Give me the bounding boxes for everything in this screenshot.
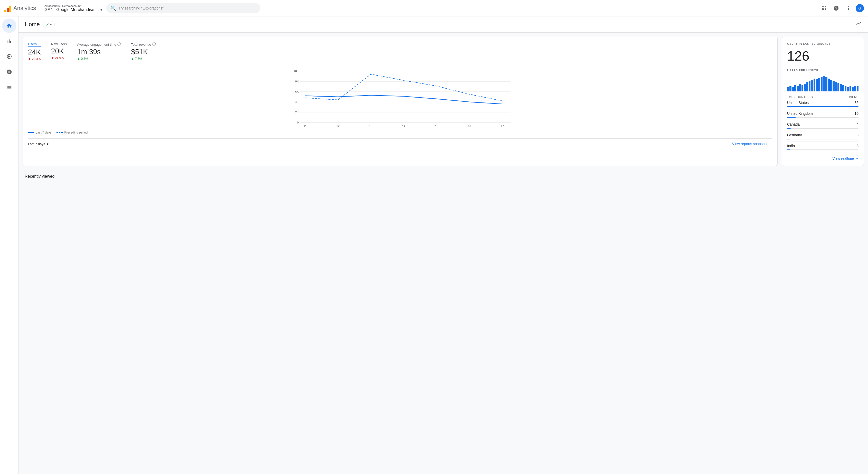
- country-name: Canada: [787, 122, 800, 126]
- countries-col-label: TOP COUNTRIES: [787, 96, 813, 99]
- bar: [821, 77, 823, 91]
- advertising-icon: [6, 69, 12, 75]
- realtime-card: USERS IN LAST 30 MINUTES 126 USERS PER M…: [782, 37, 864, 166]
- app-title: Analytics: [13, 5, 36, 11]
- search-input[interactable]: [119, 6, 256, 10]
- svg-text:11: 11: [304, 125, 307, 128]
- country-data: Canada 4: [787, 122, 859, 126]
- country-bar-container: [787, 128, 859, 129]
- svg-text:15: 15: [435, 125, 438, 128]
- country-users: 10: [855, 112, 859, 116]
- users-per-minute-chart: [787, 76, 859, 91]
- logo-bar-3: [9, 6, 11, 12]
- bar: [797, 86, 798, 91]
- logo-bar-1: [4, 10, 6, 12]
- bar: [847, 87, 849, 91]
- metrics-row: Users 24K ▼ 22.3% New users 20K ▼ 24.9% …: [28, 42, 772, 61]
- check-icon: ✓: [46, 22, 49, 27]
- sidebar-item-home[interactable]: [2, 19, 17, 33]
- bar: [857, 86, 859, 91]
- country-name: United States: [787, 101, 809, 105]
- apps-icon-button[interactable]: [819, 3, 829, 13]
- metric-new-users-label[interactable]: New users: [51, 42, 67, 46]
- content-area: Home ✓ ▾ Users 24K: [19, 17, 868, 474]
- chevron-down-icon: ▾: [50, 23, 52, 27]
- date-filter[interactable]: Last 7 days ▾: [28, 142, 49, 146]
- country-bar-container: [787, 117, 859, 118]
- bar: [830, 80, 832, 91]
- header-divider: [40, 3, 40, 13]
- top-header: Analytics All accounts › Demo Account GA…: [0, 0, 868, 17]
- users-col-label: USERS: [848, 96, 859, 99]
- bar: [809, 81, 810, 91]
- view-realtime-link[interactable]: View realtime →: [832, 156, 859, 160]
- metric-users-label[interactable]: Users: [28, 42, 41, 47]
- account-selector[interactable]: GA4 - Google Merchandise ... ▾: [44, 7, 102, 12]
- account-breadcrumb: All accounts › Demo Account: [44, 4, 102, 7]
- metric-users: Users 24K ▼ 22.3%: [28, 42, 41, 61]
- svg-text:4K: 4K: [295, 100, 299, 103]
- metric-engagement-value: 1m 39s: [77, 48, 121, 56]
- metric-engagement-label[interactable]: Average engagement time ⓘ: [77, 42, 121, 47]
- bar: [849, 86, 851, 91]
- country-bar: [787, 106, 859, 107]
- country-name: India: [787, 144, 795, 148]
- svg-text:14: 14: [402, 125, 405, 128]
- country-bar-container: [787, 150, 859, 150]
- country-row: Canada 4: [787, 120, 859, 131]
- sidebar-item-reports[interactable]: [2, 34, 17, 48]
- legend-solid-line: [28, 132, 34, 133]
- date-label: Last 7 days: [28, 142, 45, 146]
- top-countries-section: TOP COUNTRIES USERS United States 86 Uni…: [787, 96, 859, 152]
- svg-text:8K: 8K: [295, 80, 299, 83]
- bar: [845, 86, 846, 91]
- metric-engagement-change: ▲ 0.7%: [77, 57, 121, 61]
- realtime-subtitle: USERS PER MINUTE: [787, 69, 859, 72]
- bar: [825, 77, 827, 91]
- country-data: United Kingdom 10: [787, 112, 859, 116]
- bar: [787, 87, 789, 91]
- svg-text:10K: 10K: [293, 70, 299, 73]
- bar: [823, 76, 825, 91]
- more-options-icon-button[interactable]: [843, 3, 854, 13]
- country-users: 3: [857, 133, 859, 137]
- card-footer: Last 7 days ▾ View reports snapshot →: [28, 138, 772, 146]
- svg-text:2K: 2K: [295, 111, 299, 114]
- user-avatar[interactable]: G: [856, 4, 864, 12]
- sidebar-item-advertising[interactable]: [2, 65, 17, 79]
- more-vert-icon: [846, 5, 851, 11]
- realtime-footer: View realtime →: [787, 156, 859, 160]
- analytics-logo: [4, 4, 11, 12]
- country-row: United Kingdom 10: [787, 109, 859, 120]
- account-section: All accounts › Demo Account GA4 - Google…: [44, 4, 102, 12]
- sidebar-item-configure[interactable]: [2, 80, 17, 94]
- main-analytics-card: Users 24K ▼ 22.3% New users 20K ▼ 24.9% …: [23, 37, 778, 166]
- view-reports-snapshot-link[interactable]: View reports snapshot →: [732, 142, 772, 146]
- bar: [806, 82, 808, 91]
- revenue-info-icon[interactable]: ⓘ: [152, 42, 156, 47]
- metric-revenue-label[interactable]: Total revenue ⓘ: [131, 42, 156, 47]
- status-badge[interactable]: ✓ ▾: [43, 21, 55, 28]
- engagement-info-icon[interactable]: ⓘ: [117, 42, 121, 47]
- line-chart: 10K 8K 6K 4K 2K 0 11 Apr 12 13 14 15 16: [28, 66, 772, 128]
- trend-icon-button[interactable]: [856, 21, 862, 28]
- country-data: Germany 3: [787, 133, 859, 137]
- help-icon-button[interactable]: [831, 3, 841, 13]
- svg-text:16: 16: [468, 125, 471, 128]
- country-row: United States 86: [787, 99, 859, 109]
- country-row: India 3: [787, 142, 859, 152]
- country-bar: [787, 150, 790, 150]
- legend-solid: Last 7 days: [28, 131, 51, 134]
- apps-icon: [821, 5, 827, 11]
- search-bar[interactable]: 🔍: [106, 3, 260, 13]
- recently-viewed-section: Recently viewed: [19, 170, 868, 186]
- account-chevron-icon: ▾: [100, 8, 102, 12]
- country-row: Germany 3: [787, 131, 859, 142]
- sidebar-item-explore[interactable]: [2, 49, 17, 64]
- bar: [852, 87, 854, 91]
- legend-dashed-line: [57, 132, 63, 133]
- bar: [789, 86, 791, 91]
- metric-new-users-value: 20K: [51, 47, 67, 55]
- bar: [792, 87, 794, 91]
- country-users: 3: [857, 144, 859, 148]
